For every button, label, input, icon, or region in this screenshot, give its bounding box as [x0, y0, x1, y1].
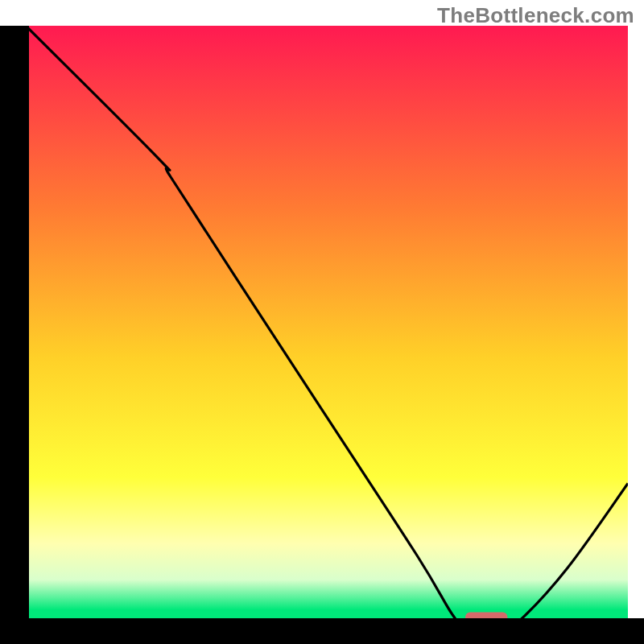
plot-area [26, 26, 628, 628]
x-axis [0, 618, 644, 644]
chart-frame: TheBottleneck.com [0, 0, 644, 644]
watermark-text: TheBottleneck.com [437, 3, 634, 28]
plot-svg [26, 26, 628, 628]
y-axis [0, 26, 29, 628]
